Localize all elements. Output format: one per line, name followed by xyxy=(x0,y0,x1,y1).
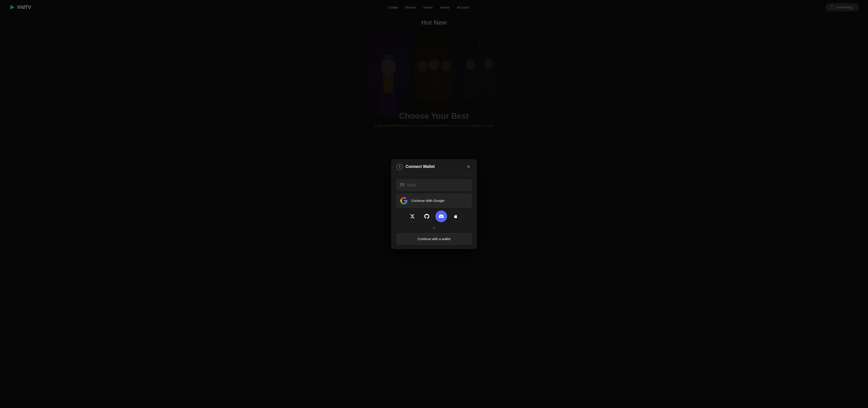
email-input[interactable] xyxy=(407,183,468,187)
twitter-icon xyxy=(410,214,415,219)
modal-body: Continue With Google xyxy=(391,175,477,249)
modal-title: Connect Wallet xyxy=(405,164,435,169)
apple-button[interactable] xyxy=(450,210,462,222)
wallet-button-label: Continue with a wallet xyxy=(417,237,451,241)
google-button-label: Continue With Google xyxy=(411,199,444,203)
modal-header: ? Connect Wallet ✕ xyxy=(391,159,477,175)
connect-wallet-modal: ? Connect Wallet ✕ xyxy=(391,159,477,249)
social-buttons-row xyxy=(397,210,471,222)
twitter-button[interactable] xyxy=(406,210,418,222)
modal-header-left: ? Connect Wallet xyxy=(397,164,435,170)
google-button[interactable]: Continue With Google xyxy=(397,194,471,208)
email-icon xyxy=(400,183,404,187)
close-button[interactable]: ✕ xyxy=(465,164,471,170)
wallet-button[interactable]: Continue with a wallet xyxy=(397,233,471,244)
discord-button[interactable] xyxy=(435,210,447,222)
github-button[interactable] xyxy=(421,210,433,222)
email-input-wrapper[interactable] xyxy=(397,179,471,191)
or-divider: or xyxy=(397,225,471,230)
apple-icon xyxy=(454,214,458,219)
close-icon: ✕ xyxy=(467,164,470,169)
svg-rect-20 xyxy=(401,183,404,186)
discord-icon xyxy=(439,214,444,219)
github-icon xyxy=(424,214,429,219)
google-icon xyxy=(400,197,408,204)
help-icon[interactable]: ? xyxy=(397,164,403,170)
modal-container: ? Connect Wallet ✕ xyxy=(391,159,477,249)
